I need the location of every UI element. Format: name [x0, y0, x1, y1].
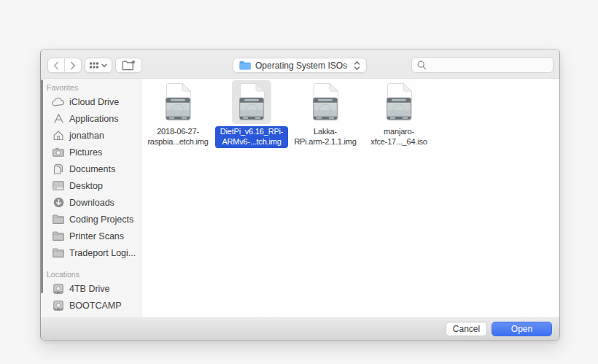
- internal-drive-icon: [53, 284, 63, 294]
- disk-image-file-icon: [385, 83, 413, 121]
- sidebar-item-4tb-drive[interactable]: 4TB Drive: [41, 280, 141, 297]
- sidebar-item-jonathan[interactable]: jonathan: [41, 127, 141, 144]
- applications-icon: [53, 113, 64, 124]
- folder-icon: [53, 231, 64, 241]
- nav-button-group: [47, 58, 82, 73]
- sidebar-item-downloads[interactable]: Downloads: [41, 194, 141, 211]
- open-file-dialog: Operating System ISOs Favorites iCloud D…: [40, 49, 560, 341]
- chevron-right-icon: [70, 61, 76, 70]
- internal-drive-icon: [53, 301, 63, 311]
- desktop-icon: [53, 181, 64, 190]
- cloud-icon: [52, 98, 65, 107]
- back-button[interactable]: [48, 58, 65, 72]
- sidebar-section-locations: Locations: [41, 266, 141, 280]
- new-folder-icon: [122, 60, 136, 71]
- camera-icon: [53, 147, 64, 157]
- search-icon: [417, 61, 427, 70]
- grid-view-icon: [90, 62, 98, 69]
- sidebar-item-bootcamp[interactable]: BOOTCAMP: [41, 297, 141, 314]
- search-field[interactable]: [411, 57, 554, 73]
- open-button[interactable]: Open: [492, 322, 552, 336]
- sidebar-scrollbar[interactable]: [41, 80, 43, 293]
- dialog-body: Favorites iCloud Drive Applications jona: [41, 79, 559, 317]
- disk-image-file-icon: [164, 83, 192, 121]
- file-label: Lakka-RPi.arm-2.1.1.img: [289, 126, 361, 148]
- view-options-button[interactable]: [85, 58, 112, 73]
- file-list-area: 2018-06-27-raspbia...etch.img DietPi_v6.…: [142, 79, 559, 317]
- disk-image-file-icon: [238, 83, 265, 121]
- file-item-raspbian[interactable]: 2018-06-27-raspbia...etch.img: [142, 80, 220, 148]
- document-icon: [53, 163, 63, 174]
- file-label: 2018-06-27-raspbia...etch.img: [142, 126, 213, 148]
- disk-image-file-icon: [311, 83, 339, 121]
- sidebar-item-tradeport[interactable]: Tradeport Logi...: [41, 244, 141, 261]
- sidebar-item-documents[interactable]: Documents: [41, 160, 141, 177]
- sidebar-item-printer-scans[interactable]: Printer Scans: [41, 228, 141, 244]
- file-item-manjaro[interactable]: manjaro-xfce-17..._64.iso: [357, 80, 441, 148]
- folder-icon: [53, 214, 64, 224]
- sidebar-item-pictures[interactable]: Pictures: [41, 144, 141, 160]
- folder-icon: [53, 248, 64, 257]
- file-item-lakka[interactable]: Lakka-RPi.arm-2.1.1.img: [283, 80, 368, 148]
- sidebar-item-applications[interactable]: Applications: [41, 110, 141, 127]
- file-item-dietpi[interactable]: DietPi_v6.16_RPi-ARMv6-...tch.img: [209, 80, 294, 148]
- sidebar-item-desktop[interactable]: Desktop: [41, 177, 141, 194]
- downloads-icon: [53, 197, 64, 208]
- chevron-down-icon: [101, 63, 107, 68]
- sidebar-item-icloud-drive[interactable]: iCloud Drive: [41, 93, 141, 110]
- path-dropdown[interactable]: Operating System ISOs: [233, 58, 367, 73]
- file-label-selected: DietPi_v6.16_RPi-ARMv6-...tch.img: [215, 126, 288, 148]
- folder-blue-icon: [239, 61, 251, 70]
- dialog-toolbar: Operating System ISOs: [41, 50, 559, 79]
- forward-button[interactable]: [65, 58, 82, 72]
- sidebar: Favorites iCloud Drive Applications jona: [41, 79, 141, 317]
- path-dropdown-label: Operating System ISOs: [255, 61, 349, 71]
- home-icon: [53, 130, 64, 141]
- stepper-arrows-icon: [354, 61, 360, 71]
- chevron-left-icon: [53, 61, 59, 70]
- file-label: manjaro-xfce-17..._64.iso: [365, 126, 432, 148]
- sidebar-item-coding-projects[interactable]: Coding Projects: [41, 211, 141, 228]
- dialog-footer: Cancel Open: [41, 317, 559, 340]
- cancel-button[interactable]: Cancel: [446, 322, 487, 336]
- sidebar-section-favorites: Favorites: [41, 79, 141, 93]
- new-folder-button[interactable]: [115, 58, 142, 73]
